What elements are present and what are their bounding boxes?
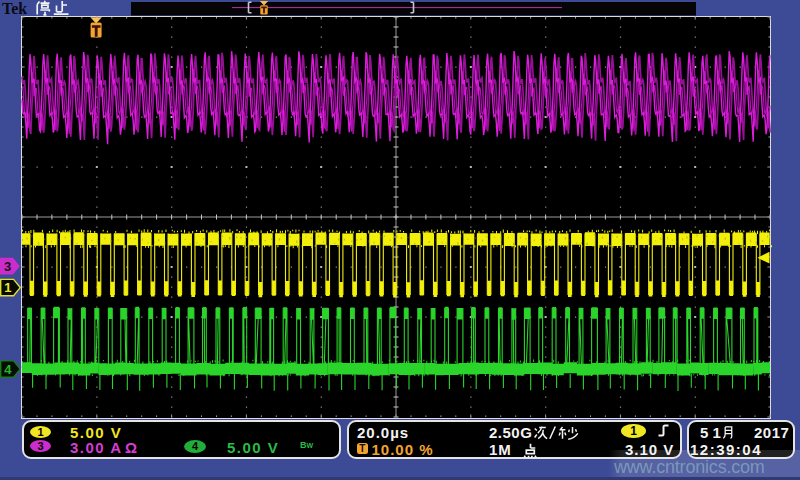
svg-text:3: 3 <box>4 259 11 274</box>
svg-text:1: 1 <box>4 280 11 295</box>
svg-text:4: 4 <box>4 362 12 377</box>
